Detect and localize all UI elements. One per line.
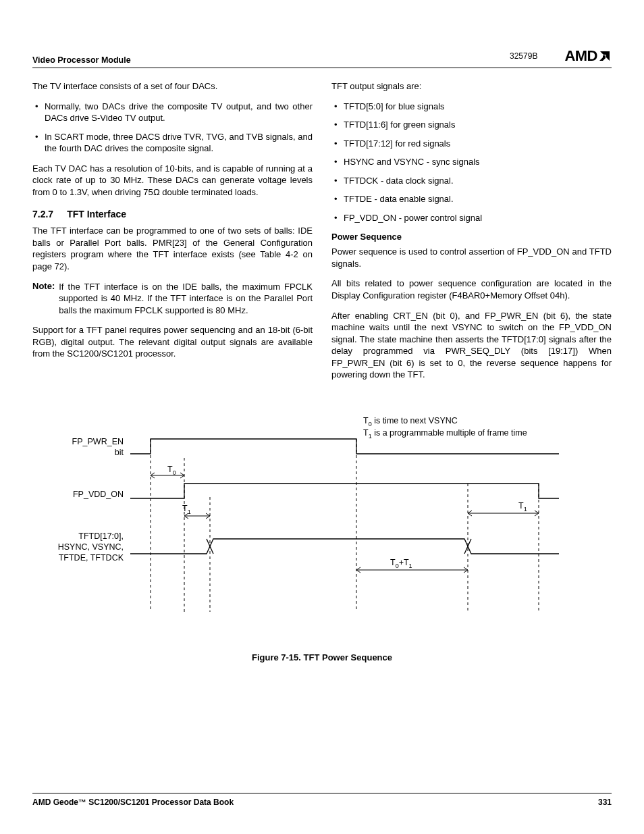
power-seq-p3: After enabling CRT_EN (bit 0), and FP_PW… <box>331 310 612 381</box>
section-7-2-7: 7.2.7 TFT Interface <box>32 209 313 219</box>
tft-intro: The TFT interface can be programmed to o… <box>32 225 313 272</box>
tv-intro: The TV interface consists of a set of fo… <box>32 80 313 93</box>
tft-signals-list: TFTD[5:0] for blue signals TFTD[11:6] fo… <box>331 101 612 224</box>
dac-list: Normally, two DACs drive the composite T… <box>32 101 313 155</box>
section-title-text: TFT Interface <box>67 209 126 219</box>
dac-item-1: Normally, two DACs drive the composite T… <box>32 101 313 124</box>
logo-text: AMD <box>564 47 597 65</box>
dac-item-2: In SCART mode, three DACS drive TVR, TVG… <box>32 131 313 155</box>
content-columns: The TV interface consists of a set of fo… <box>32 80 612 389</box>
page-header: Video Processor Module 32579B AMD <box>32 47 612 68</box>
sig-enable: TFTDE - data enable signal. <box>331 193 612 205</box>
left-column: The TV interface consists of a set of fo… <box>32 80 313 389</box>
sig-sync: HSYNC and VSYNC - sync signals <box>331 156 612 168</box>
note-body: If the TFT interface is on the IDE balls… <box>59 281 313 317</box>
page-footer: AMD Geode™ SC1200/SC1201 Processor Data … <box>32 793 612 807</box>
timing-diagram <box>32 416 613 619</box>
sig-clock: TFTDCK - data clock signal. <box>331 175 612 187</box>
page-number: 331 <box>598 798 612 807</box>
sig-power: FP_VDD_ON - power control signal <box>331 212 612 224</box>
power-seq-p1: Power sequence is used to control assert… <box>331 246 612 269</box>
dac-spec: Each TV DAC has a resolution of 10-bits,… <box>32 163 313 199</box>
note-block: Note: If the TFT interface is on the IDE… <box>32 281 313 317</box>
sig-red: TFTD[17:12] for red signals <box>331 138 612 150</box>
amd-logo: AMD <box>564 47 612 65</box>
power-seq-p2: All bits related to power sequence confi… <box>331 278 612 301</box>
header-right: 32579B AMD <box>510 47 612 65</box>
section-title: Video Processor Module <box>32 55 131 65</box>
sig-blue: TFTD[5:0] for blue signals <box>331 101 612 113</box>
right-column: TFT output signals are: TFTD[5:0] for bl… <box>331 80 612 389</box>
tft-signals-intro: TFT output signals are: <box>331 80 612 93</box>
figure-7-15: T0 is time to next VSYNC T1 is a program… <box>32 416 612 646</box>
note-label: Note: <box>32 281 55 317</box>
tft-support: Support for a TFT panel requires power s… <box>32 324 313 360</box>
doc-number: 32579B <box>510 51 537 61</box>
figure-caption: Figure 7-15. TFT Power Sequence <box>32 652 612 662</box>
sig-green: TFTD[11:6] for green signals <box>331 119 612 131</box>
amd-arrow-icon <box>598 49 612 63</box>
power-sequence-heading: Power Sequence <box>331 232 612 242</box>
section-number: 7.2.7 <box>32 209 53 219</box>
footer-title: AMD Geode™ SC1200/SC1201 Processor Data … <box>32 798 234 807</box>
